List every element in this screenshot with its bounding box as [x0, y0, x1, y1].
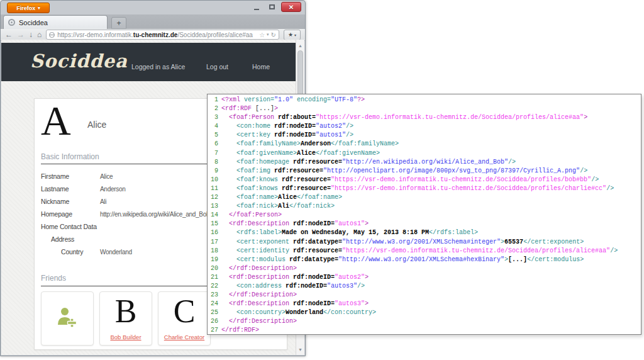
code-token: rdf:resource=: [274, 167, 323, 174]
nav-logged-in-as[interactable]: Logged in as Alice: [131, 63, 185, 70]
code-token: <con:address: [236, 283, 286, 290]
friend-link[interactable]: Bob Builder: [100, 334, 152, 340]
code-token: <cert:key: [236, 132, 274, 138]
code-token: [221, 211, 229, 218]
code-token: </cert:modulus>: [527, 256, 584, 263]
code-token: >: [584, 114, 587, 121]
profile-name: Alice: [87, 120, 106, 130]
line-number: 14: [210, 211, 218, 220]
field-label: Nickname: [41, 198, 100, 205]
code-token: </foaf:Person>: [229, 211, 282, 218]
firefox-menu-label: Firefox: [16, 5, 35, 11]
chevron-down-icon: ▾: [38, 6, 40, 11]
add-friend-card[interactable]: [41, 291, 94, 346]
scroll-up-icon[interactable]: ▲: [296, 41, 304, 50]
tab-sociddea[interactable]: Sociddea: [3, 15, 108, 29]
code-token: rdf:nodeID=: [274, 132, 316, 138]
chevron-down-icon[interactable]: ▾: [267, 32, 269, 37]
friend-avatar: C: [158, 293, 210, 330]
code-token: <foaf:homepage: [236, 159, 293, 166]
code-token: [221, 185, 236, 192]
code-token: encoding=: [293, 96, 331, 103]
line-number: 4: [210, 122, 218, 131]
code-line: 8 <foaf:homepage rdf:resource="http://en…: [210, 158, 641, 167]
screenshot-stage: Firefox ▾ ✕ Sociddea + ← → ↓ ⌂ https:/: [0, 0, 644, 360]
code-token: <foaf:familyName>: [236, 140, 301, 147]
firefox-menu-button[interactable]: Firefox ▾: [7, 3, 50, 13]
code-line: 19 <cert:modulus rdf:datatype="http://ww…: [210, 256, 641, 264]
code-token: />: [346, 123, 353, 130]
urlbar-action-icons: ☆ ▾ ↻: [259, 31, 276, 38]
code-line: 14 </foaf:Person>: [210, 211, 641, 220]
friend-link[interactable]: Charlie Creator: [158, 334, 210, 340]
url-base-domain: tu-chemnitz.de: [133, 31, 178, 38]
code-token: Ali: [278, 203, 289, 210]
code-token: />: [346, 132, 353, 138]
code-line: 2<rdf:RDF [...]>: [210, 104, 641, 113]
code-token: "autos3": [327, 283, 357, 290]
minimize-button[interactable]: [251, 3, 262, 12]
code-line: 13 <foaf:nick>Ali</foaf:nick>: [210, 202, 641, 211]
line-number: 19: [210, 256, 218, 264]
friend-card[interactable]: BBob Builder: [99, 291, 152, 346]
code-line: 4 <con:home rdf:nodeID="autos2"/>: [210, 122, 641, 131]
code-token: "https://vsr-demo.informatik.tu-chemnitz…: [316, 114, 584, 121]
url-text[interactable]: https://vsr-demo.informatik.tu-chemnitz.…: [57, 31, 257, 38]
new-tab-button[interactable]: +: [111, 17, 126, 29]
line-number: 11: [210, 184, 218, 193]
friends-list: BBob BuilderCCharlie Creator: [41, 291, 211, 346]
code-token: ?>: [357, 96, 365, 103]
code-line: 17 <cert:exponent rdf:datatype="http://w…: [210, 238, 641, 247]
code-line: 6 <foaf:familyName>Anderson</foaf:family…: [210, 140, 641, 149]
code-token: rdf:datatype=: [293, 239, 342, 245]
line-number: 20: [210, 264, 218, 273]
chevron-down-icon: ▾: [294, 33, 296, 37]
code-token: [221, 176, 236, 183]
close-button[interactable]: ✕: [281, 2, 301, 12]
maximize-button[interactable]: [266, 3, 277, 12]
sociddea-logo[interactable]: Sociddea: [30, 50, 128, 72]
code-token: [221, 123, 236, 130]
bookmark-star-icon[interactable]: ☆: [259, 31, 265, 38]
code-line: 16 <rdfs:label>Made on Wednesday, May 15…: [210, 228, 641, 237]
nav-home[interactable]: Home: [252, 63, 270, 70]
code-token: rdf:resource=: [282, 185, 331, 192]
code-token: [221, 159, 236, 166]
friend-avatar: B: [100, 293, 152, 330]
url-bar[interactable]: https://vsr-demo.informatik.tu-chemnitz.…: [46, 30, 279, 40]
site-identity-globe-icon[interactable]: [49, 32, 55, 38]
code-token: "autos1": [335, 220, 365, 227]
code-token: [221, 274, 229, 281]
code-token: [221, 194, 236, 201]
reload-icon[interactable]: ↻: [271, 31, 276, 38]
code-token: <rdfs:label>: [236, 229, 282, 236]
download-icon[interactable]: ↓: [29, 31, 33, 38]
code-token: </foaf:familyName>: [331, 140, 399, 147]
code-token: <foaf:nick>: [236, 203, 278, 210]
code-token: <rdf:Description: [229, 300, 293, 307]
code-line: 25 <con:country>Wonderland</con:country>: [210, 308, 641, 317]
code-token: [221, 140, 236, 147]
bookmarks-menu-button[interactable]: ★ ▾: [284, 30, 301, 40]
friend-card[interactable]: CCharlie Creator: [158, 291, 211, 346]
code-line: 1<?xml version="1.0" encoding="UTF-8"?>: [210, 96, 641, 104]
line-number: 6: [210, 140, 218, 149]
line-number: 12: [210, 193, 218, 202]
code-token: "http://www.w3.org/2001/XMLSchema#hexBin…: [338, 256, 504, 263]
back-icon[interactable]: ←: [5, 31, 13, 38]
forward-icon[interactable]: →: [17, 31, 25, 38]
nav-log-out[interactable]: Log out: [206, 63, 228, 70]
line-number: 8: [210, 158, 218, 167]
scroll-down-icon[interactable]: ▼: [296, 345, 304, 354]
avatar: A: [41, 100, 71, 142]
code-token: rdf:datatype=: [289, 256, 338, 263]
code-line: 21 <rdf:Description rdf:nodeID="autos2">: [210, 273, 641, 282]
window-titlebar[interactable]: Firefox ▾ ✕: [1, 1, 305, 14]
home-icon[interactable]: ⌂: [37, 31, 42, 38]
code-token: [221, 291, 229, 298]
code-token: "1.0": [274, 96, 293, 103]
code-token: Made on Wednesday, May 15, 2013 8:18 PM: [282, 229, 429, 236]
code-token: </con:country>: [323, 309, 376, 316]
code-line: 18 <cert:identity rdf:resource="https://…: [210, 247, 641, 256]
code-token: <foaf:knows: [236, 176, 282, 183]
